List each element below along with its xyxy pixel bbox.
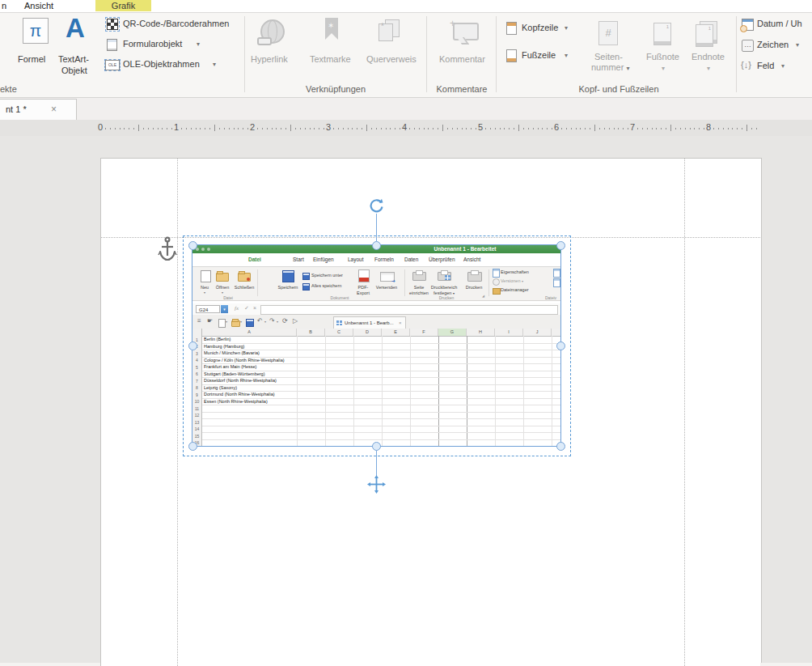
ruler-tick (376, 128, 377, 129)
ruler-tick (576, 128, 577, 129)
hyperlink-label: Hyperlink (251, 54, 288, 64)
right-margin-guide (684, 159, 685, 666)
ruler-tick (124, 128, 125, 129)
ruler-tick (162, 128, 163, 129)
ruler-tick (433, 128, 433, 129)
open-icon (231, 320, 240, 327)
resize-handle-nw[interactable] (188, 241, 197, 250)
cell-A7: Düsseldorf (North Rhine-Westphalia) (204, 378, 295, 383)
ruler-number: 4 (402, 122, 407, 132)
resize-handle-w[interactable] (188, 341, 197, 350)
formel-button[interactable]: π (13, 18, 58, 44)
save-small-icon (246, 319, 254, 327)
seite-label2: einrichten (409, 291, 429, 295)
rotate-handle-icon[interactable] (367, 197, 386, 215)
column-header-G: G (438, 329, 467, 336)
ruler-tick (604, 128, 605, 129)
row-number-4: 4 (192, 358, 201, 363)
ruler-tick (599, 128, 600, 129)
cancel-icon: × (253, 305, 256, 311)
ruler-tick (637, 128, 638, 129)
column-header-C: C (325, 329, 353, 336)
formula-pi-icon: π (23, 18, 49, 44)
ruler-tick (419, 128, 420, 129)
group-separator (426, 16, 427, 92)
ruler-tick (447, 128, 448, 129)
ruler-tick (547, 128, 548, 129)
char-dots-icon: … (742, 40, 754, 52)
column-header-H: H (467, 329, 495, 336)
resize-handle-sw[interactable] (188, 442, 197, 451)
ruler-tick (171, 128, 172, 129)
kommentar-label: Kommentar (439, 54, 485, 64)
zeichen-label: Zeichen (757, 40, 789, 49)
window-title: Unbenannt 1 - Bearbeitet (434, 246, 497, 252)
ruler-tick (728, 128, 729, 129)
ruler-tick (290, 125, 291, 131)
resize-handle-n[interactable] (372, 241, 381, 250)
window-menu-2: Start (293, 257, 304, 262)
save-all-icon (302, 283, 310, 291)
ruler-tick (314, 128, 315, 129)
group-kommentare-caption: Kommentare (437, 84, 488, 94)
resize-handle-ne[interactable] (556, 241, 565, 250)
workspace-edge (760, 663, 812, 666)
resize-handle-s[interactable] (372, 442, 381, 451)
document-tab-bar: nt 1 * × (0, 98, 812, 120)
textart-button[interactable]: A (57, 15, 94, 42)
ruler-tick (571, 128, 572, 129)
chevron-down-icon: ▾ (796, 41, 799, 49)
anchor-icon[interactable] (158, 236, 177, 262)
row-number-7: 7 (192, 379, 201, 384)
column-header-J: J (523, 329, 552, 336)
embedded-spreadsheet-image[interactable]: Unbenannt 1 - Bearbeitet DateiStartEinfü… (192, 245, 560, 446)
ruler-tick (186, 128, 187, 129)
close-icon[interactable]: × (51, 104, 57, 115)
neu-label: Neu (201, 285, 209, 290)
ruler-tick (647, 128, 648, 129)
chain-link-icon (257, 37, 272, 45)
chevron-down-icon: ▾ (213, 61, 216, 68)
ruler-tick (699, 128, 700, 129)
window-button-icon (201, 248, 205, 251)
ruler-tick (209, 128, 210, 129)
ruler-tick (400, 128, 400, 129)
ruler-tick (319, 128, 319, 129)
ruler-tick (276, 128, 277, 129)
quick-toolbar: ≡ ☛ ▾ ▾ ↶ ▾ ↷ ▾ ⟳ ▷ Unbenannt 1 - Bearb.… (192, 315, 560, 329)
ruler-number: 5 (478, 122, 483, 132)
move-handle-icon[interactable] (367, 475, 386, 494)
ruler-tick (285, 128, 286, 129)
tab-grafik[interactable]: Grafik (95, 0, 151, 11)
ruler-tick (310, 128, 311, 129)
window-menu-7: Überprüfen (429, 257, 455, 262)
tab-ansicht[interactable]: Ansicht (24, 0, 53, 11)
resize-handle-e[interactable] (556, 341, 565, 350)
group-separator (244, 16, 245, 92)
header-page-icon (506, 22, 517, 35)
ruler-tick (713, 128, 714, 129)
ruler-tick (243, 128, 243, 129)
window-menu-4: Layout (348, 257, 364, 262)
ruler-tick (390, 128, 391, 129)
horizontal-ruler[interactable]: 012345678 (0, 120, 812, 136)
spreadsheet-grid: ABCDEFGHIJ 1Berlin (Berlin)2Hamburg (Ham… (192, 329, 560, 446)
grid-hline (202, 439, 560, 440)
ruler-tick (723, 128, 724, 129)
print-area-grid-icon (445, 275, 450, 280)
seitennummer-label2: nummer ▾ (591, 62, 629, 72)
resize-handle-se[interactable] (556, 442, 565, 451)
row-number-11: 11 (192, 406, 201, 411)
refresh-icon: ⟳ (282, 317, 288, 325)
ruler-tick (348, 128, 349, 129)
ruler-tick (129, 128, 129, 129)
sheet-icon (336, 320, 342, 325)
ruler-tick (680, 128, 681, 129)
row-number-10: 10 (192, 399, 201, 404)
row-number-9: 9 (192, 392, 201, 397)
tab-partial[interactable]: n (2, 0, 6, 11)
left-margin-guide (177, 159, 178, 666)
ruler-number: 3 (326, 122, 331, 132)
document-tab[interactable]: nt 1 * × (0, 99, 77, 121)
ruler-tick (504, 128, 505, 129)
